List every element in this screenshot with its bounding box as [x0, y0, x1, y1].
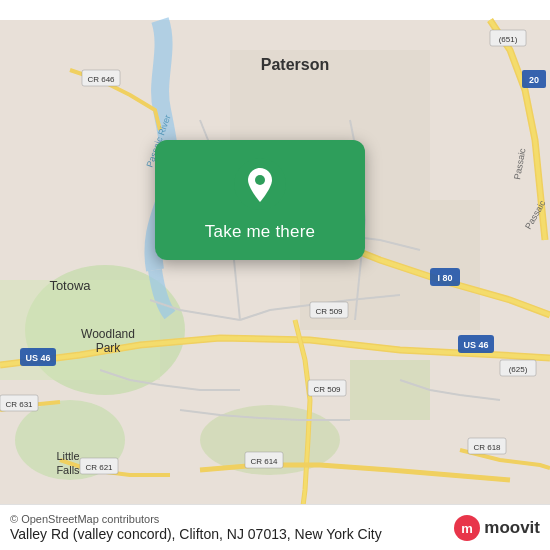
svg-text:CR 509: CR 509: [315, 307, 343, 316]
svg-text:Falls: Falls: [56, 464, 80, 476]
popup-card: Take me there: [155, 140, 365, 260]
svg-point-44: [255, 175, 265, 185]
svg-text:CR 618: CR 618: [473, 443, 501, 452]
moovit-logo-text: moovit: [484, 518, 540, 538]
moovit-brand-icon: m: [453, 514, 481, 542]
location-pin-icon: [234, 158, 286, 210]
svg-text:(651): (651): [499, 35, 518, 44]
map-container: US 46 US 46 I 80 20 CR 509 CR 509 CR 646…: [0, 0, 550, 550]
moovit-logo: m moovit: [453, 514, 540, 542]
svg-text:Little: Little: [56, 450, 79, 462]
svg-text:CR 631: CR 631: [5, 400, 33, 409]
take-me-there-button[interactable]: Take me there: [175, 220, 345, 244]
svg-rect-5: [350, 360, 430, 420]
svg-text:CR 621: CR 621: [85, 463, 113, 472]
svg-text:Park: Park: [96, 341, 122, 355]
svg-text:I 80: I 80: [437, 273, 452, 283]
svg-text:CR 614: CR 614: [250, 457, 278, 466]
location-label: Valley Rd (valley concord), Clifton, NJ …: [10, 526, 382, 542]
svg-text:(625): (625): [509, 365, 528, 374]
svg-text:CR 509: CR 509: [313, 385, 341, 394]
svg-text:Totowa: Totowa: [49, 278, 91, 293]
bottom-bar: © OpenStreetMap contributors Valley Rd (…: [0, 504, 550, 550]
bottom-info: © OpenStreetMap contributors Valley Rd (…: [10, 513, 382, 542]
svg-text:CR 646: CR 646: [87, 75, 115, 84]
svg-text:US 46: US 46: [463, 340, 488, 350]
svg-text:20: 20: [529, 75, 539, 85]
svg-text:Paterson: Paterson: [261, 56, 329, 73]
svg-text:US 46: US 46: [25, 353, 50, 363]
map-background: US 46 US 46 I 80 20 CR 509 CR 509 CR 646…: [0, 0, 550, 550]
attribution-text: © OpenStreetMap contributors: [10, 513, 382, 525]
svg-text:Woodland: Woodland: [81, 327, 135, 341]
svg-text:m: m: [461, 521, 473, 536]
